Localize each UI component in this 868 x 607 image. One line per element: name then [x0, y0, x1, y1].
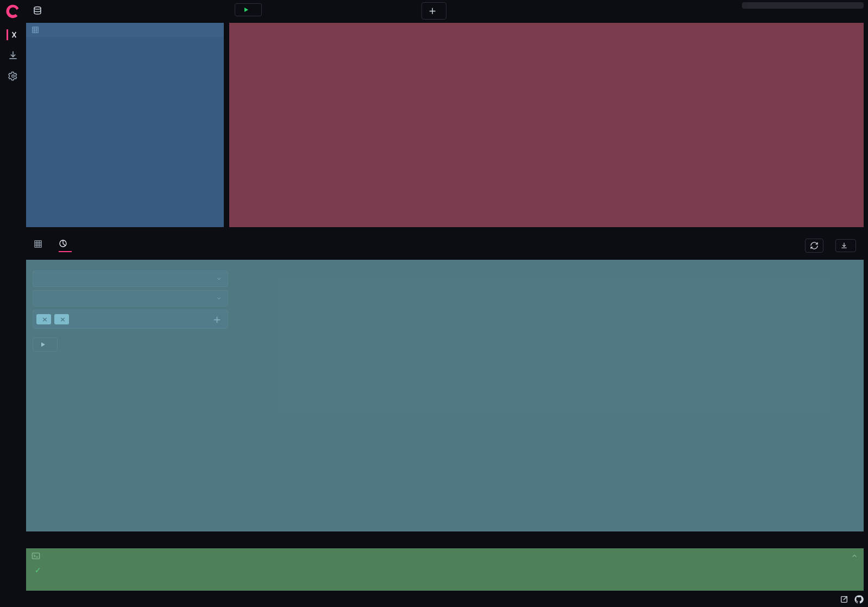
- visualization-panel: × × +: [26, 260, 864, 531]
- svg-rect-7: [32, 553, 39, 559]
- github-icon[interactable]: [854, 595, 864, 604]
- sql-editor[interactable]: [229, 23, 864, 227]
- tables-button[interactable]: [26, 3, 53, 19]
- add-series-button[interactable]: +: [210, 314, 224, 325]
- app-logo: [5, 3, 21, 20]
- terminal-icon: [32, 552, 40, 560]
- check-icon: ✓: [35, 566, 41, 574]
- svg-marker-2: [244, 8, 248, 12]
- chart-icon: [59, 239, 67, 248]
- external-link-icon[interactable]: [840, 595, 848, 604]
- schema-table-row[interactable]: [26, 23, 224, 37]
- chart-canvas: [232, 265, 858, 526]
- settings-rail-icon[interactable]: [8, 71, 18, 82]
- log-panel: ✓: [26, 548, 864, 591]
- svg-rect-4: [35, 241, 41, 247]
- draw-button[interactable]: [33, 337, 58, 352]
- table-icon: [32, 26, 39, 34]
- play-icon: [40, 341, 46, 348]
- refresh-button[interactable]: [805, 239, 823, 253]
- console-rail-icon[interactable]: [7, 29, 20, 40]
- remove-chip-icon[interactable]: ×: [60, 315, 66, 323]
- svg-marker-6: [41, 342, 45, 347]
- search-documentation-input[interactable]: [742, 2, 864, 9]
- run-button[interactable]: [235, 3, 262, 16]
- series-chip[interactable]: ×: [36, 314, 51, 324]
- chart-tab[interactable]: [59, 239, 72, 252]
- csv-export-button[interactable]: [835, 239, 856, 252]
- svg-rect-3: [33, 27, 39, 33]
- download-icon: [840, 242, 848, 249]
- svg-point-0: [12, 75, 15, 78]
- remove-chip-icon[interactable]: ×: [42, 315, 48, 323]
- log-entry: ✓: [26, 564, 864, 577]
- svg-point-1: [34, 7, 41, 10]
- refresh-icon: [810, 241, 819, 250]
- labels-select[interactable]: [33, 290, 228, 306]
- chevron-down-icon: [216, 295, 222, 302]
- chart-type-select[interactable]: [33, 271, 228, 287]
- chevron-down-icon: [216, 276, 222, 282]
- schema-explorer: [26, 23, 224, 227]
- example-queries-button[interactable]: +: [422, 2, 446, 20]
- grid-tab[interactable]: [34, 240, 47, 252]
- grid-icon: [34, 240, 42, 248]
- chevron-up-icon[interactable]: [851, 552, 858, 560]
- import-rail-icon[interactable]: [8, 50, 18, 61]
- series-chip[interactable]: ×: [54, 314, 69, 324]
- series-chips[interactable]: × × +: [33, 310, 228, 329]
